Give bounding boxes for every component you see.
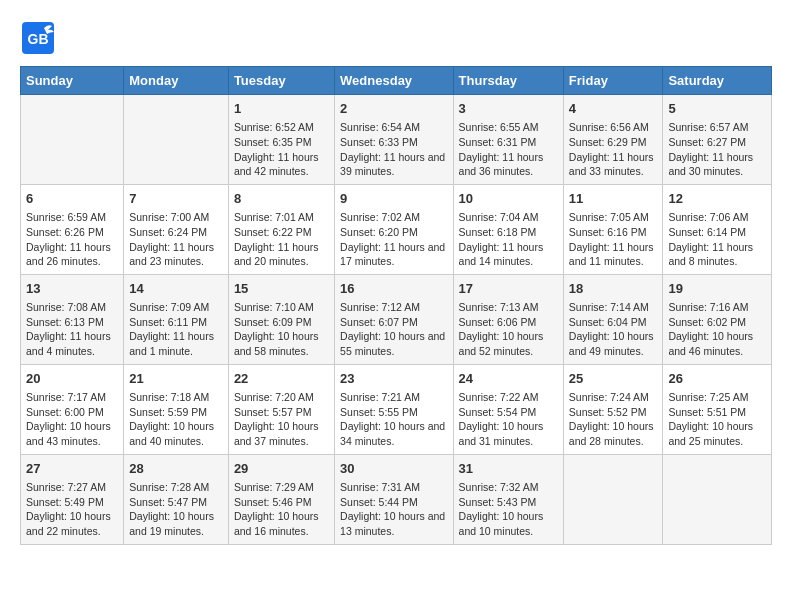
page-header: GB [20,20,772,56]
day-header-sunday: Sunday [21,67,124,95]
day-cell: 9Sunrise: 7:02 AMSunset: 6:20 PMDaylight… [335,184,453,274]
day-info-line: Daylight: 11 hours and 17 minutes. [340,240,447,269]
day-info-line: Sunset: 5:49 PM [26,495,118,510]
day-number: 2 [340,100,447,118]
day-info-line: Daylight: 10 hours and 43 minutes. [26,419,118,448]
day-number: 31 [459,460,558,478]
day-cell: 23Sunrise: 7:21 AMSunset: 5:55 PMDayligh… [335,364,453,454]
week-row-4: 20Sunrise: 7:17 AMSunset: 6:00 PMDayligh… [21,364,772,454]
day-info-line: Daylight: 11 hours and 8 minutes. [668,240,766,269]
day-number: 27 [26,460,118,478]
day-info-line: Daylight: 10 hours and 10 minutes. [459,509,558,538]
day-number: 3 [459,100,558,118]
day-cell: 31Sunrise: 7:32 AMSunset: 5:43 PMDayligh… [453,454,563,544]
calendar-table: SundayMondayTuesdayWednesdayThursdayFrid… [20,66,772,545]
day-info-line: Sunset: 5:44 PM [340,495,447,510]
day-header-wednesday: Wednesday [335,67,453,95]
day-info-line: Daylight: 11 hours and 1 minute. [129,329,223,358]
calendar-body: 1Sunrise: 6:52 AMSunset: 6:35 PMDaylight… [21,95,772,545]
day-info-line: Sunset: 5:52 PM [569,405,658,420]
day-info-line: Sunrise: 7:08 AM [26,300,118,315]
week-row-1: 1Sunrise: 6:52 AMSunset: 6:35 PMDaylight… [21,95,772,185]
day-info-line: Sunset: 6:27 PM [668,135,766,150]
day-cell: 25Sunrise: 7:24 AMSunset: 5:52 PMDayligh… [563,364,663,454]
day-info-line: Sunrise: 7:09 AM [129,300,223,315]
day-info-line: Sunset: 5:59 PM [129,405,223,420]
day-info-line: Sunrise: 7:12 AM [340,300,447,315]
day-info-line: Daylight: 10 hours and 22 minutes. [26,509,118,538]
day-info-line: Daylight: 11 hours and 14 minutes. [459,240,558,269]
day-info-line: Sunset: 6:13 PM [26,315,118,330]
day-info-line: Daylight: 11 hours and 4 minutes. [26,329,118,358]
day-number: 29 [234,460,329,478]
day-number: 4 [569,100,658,118]
day-info-line: Daylight: 10 hours and 25 minutes. [668,419,766,448]
day-info-line: Daylight: 10 hours and 49 minutes. [569,329,658,358]
day-info-line: Daylight: 11 hours and 26 minutes. [26,240,118,269]
day-info-line: Sunrise: 7:24 AM [569,390,658,405]
day-number: 26 [668,370,766,388]
day-number: 22 [234,370,329,388]
day-info-line: Sunrise: 6:52 AM [234,120,329,135]
day-number: 7 [129,190,223,208]
day-number: 11 [569,190,658,208]
day-header-tuesday: Tuesday [228,67,334,95]
day-info-line: Sunset: 5:43 PM [459,495,558,510]
day-info-line: Sunset: 6:33 PM [340,135,447,150]
day-header-monday: Monday [124,67,229,95]
day-info-line: Daylight: 10 hours and 13 minutes. [340,509,447,538]
day-number: 20 [26,370,118,388]
day-info-line: Sunrise: 6:55 AM [459,120,558,135]
day-number: 1 [234,100,329,118]
day-cell: 22Sunrise: 7:20 AMSunset: 5:57 PMDayligh… [228,364,334,454]
day-cell: 26Sunrise: 7:25 AMSunset: 5:51 PMDayligh… [663,364,772,454]
day-info-line: Sunset: 6:02 PM [668,315,766,330]
day-cell: 12Sunrise: 7:06 AMSunset: 6:14 PMDayligh… [663,184,772,274]
day-cell: 1Sunrise: 6:52 AMSunset: 6:35 PMDaylight… [228,95,334,185]
day-number: 24 [459,370,558,388]
day-number: 23 [340,370,447,388]
day-cell [124,95,229,185]
day-info-line: Sunrise: 7:29 AM [234,480,329,495]
day-number: 25 [569,370,658,388]
day-number: 5 [668,100,766,118]
day-cell: 11Sunrise: 7:05 AMSunset: 6:16 PMDayligh… [563,184,663,274]
day-number: 18 [569,280,658,298]
day-info-line: Sunrise: 7:32 AM [459,480,558,495]
day-number: 6 [26,190,118,208]
day-cell: 4Sunrise: 6:56 AMSunset: 6:29 PMDaylight… [563,95,663,185]
day-cell: 21Sunrise: 7:18 AMSunset: 5:59 PMDayligh… [124,364,229,454]
calendar-header: SundayMondayTuesdayWednesdayThursdayFrid… [21,67,772,95]
day-info-line: Sunset: 6:35 PM [234,135,329,150]
day-info-line: Sunrise: 7:13 AM [459,300,558,315]
day-info-line: Daylight: 10 hours and 58 minutes. [234,329,329,358]
day-cell: 5Sunrise: 6:57 AMSunset: 6:27 PMDaylight… [663,95,772,185]
day-number: 16 [340,280,447,298]
week-row-3: 13Sunrise: 7:08 AMSunset: 6:13 PMDayligh… [21,274,772,364]
day-cell: 3Sunrise: 6:55 AMSunset: 6:31 PMDaylight… [453,95,563,185]
day-info-line: Sunset: 6:11 PM [129,315,223,330]
day-info-line: Sunrise: 7:27 AM [26,480,118,495]
day-cell: 13Sunrise: 7:08 AMSunset: 6:13 PMDayligh… [21,274,124,364]
day-info-line: Sunset: 6:04 PM [569,315,658,330]
day-info-line: Daylight: 10 hours and 34 minutes. [340,419,447,448]
day-info-line: Daylight: 10 hours and 52 minutes. [459,329,558,358]
day-info-line: Sunrise: 7:00 AM [129,210,223,225]
day-number: 30 [340,460,447,478]
day-info-line: Daylight: 11 hours and 33 minutes. [569,150,658,179]
logo: GB [20,20,60,56]
week-row-2: 6Sunrise: 6:59 AMSunset: 6:26 PMDaylight… [21,184,772,274]
day-number: 10 [459,190,558,208]
day-cell: 27Sunrise: 7:27 AMSunset: 5:49 PMDayligh… [21,454,124,544]
day-info-line: Daylight: 11 hours and 11 minutes. [569,240,658,269]
day-info-line: Sunset: 5:57 PM [234,405,329,420]
day-info-line: Sunset: 5:46 PM [234,495,329,510]
day-info-line: Daylight: 11 hours and 30 minutes. [668,150,766,179]
day-number: 17 [459,280,558,298]
day-cell: 7Sunrise: 7:00 AMSunset: 6:24 PMDaylight… [124,184,229,274]
day-info-line: Sunset: 6:18 PM [459,225,558,240]
day-cell: 19Sunrise: 7:16 AMSunset: 6:02 PMDayligh… [663,274,772,364]
day-info-line: Sunset: 6:26 PM [26,225,118,240]
day-info-line: Sunset: 6:29 PM [569,135,658,150]
day-header-friday: Friday [563,67,663,95]
